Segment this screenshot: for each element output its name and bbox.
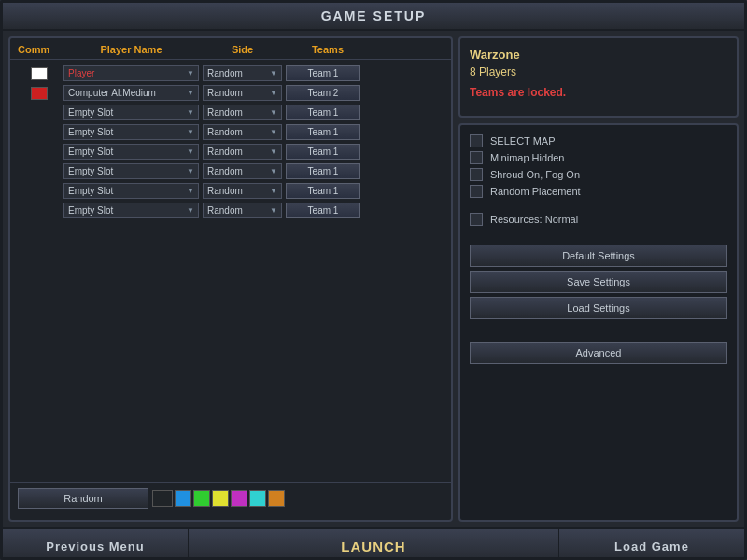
side-dropdown[interactable]: Random▼: [203, 144, 282, 160]
resources-row: Resources: Normal: [470, 209, 727, 230]
previous-menu-button[interactable]: Previous Menu: [3, 529, 189, 560]
palette-color-swatch[interactable]: [212, 490, 229, 507]
color-palette: [152, 490, 285, 507]
palette-color-swatch[interactable]: [175, 490, 191, 507]
side-dropdown[interactable]: Random▼: [203, 124, 282, 140]
palette-color-swatch[interactable]: [231, 490, 247, 507]
color-row: Random: [18, 488, 444, 509]
table-row: Empty Slot▼Random▼Team 1: [18, 122, 444, 142]
side-dropdown[interactable]: Random▼: [203, 65, 282, 81]
side-dropdown[interactable]: Random▼: [203, 105, 282, 120]
player-dropdown[interactable]: Empty Slot▼: [63, 163, 199, 179]
advanced-button[interactable]: Advanced: [470, 342, 727, 364]
chevron-down-icon: ▼: [187, 108, 194, 117]
team-button[interactable]: Team 1: [286, 65, 360, 81]
action-buttons: Default Settings Save Settings Load Sett…: [470, 245, 727, 319]
checkbox[interactable]: [470, 134, 483, 147]
palette-color-swatch[interactable]: [249, 490, 266, 507]
comm-color-swatch[interactable]: [31, 87, 48, 100]
chevron-down-icon: ▼: [270, 128, 277, 136]
team-button[interactable]: Team 1: [286, 144, 360, 160]
comm-cell: [18, 87, 60, 100]
header-teams: Teams: [286, 44, 370, 55]
default-settings-button[interactable]: Default Settings: [470, 245, 727, 267]
bottom-bar: Previous Menu LAUNCH Load Game: [3, 527, 744, 560]
side-dropdown[interactable]: Random▼: [203, 163, 282, 179]
player-dropdown[interactable]: Empty Slot▼: [63, 183, 199, 199]
side-dropdown[interactable]: Random▼: [203, 85, 282, 101]
checkbox-label: Random Placement: [490, 186, 581, 197]
load-settings-button[interactable]: Load Settings: [470, 297, 727, 319]
team-button[interactable]: Team 1: [286, 183, 360, 199]
team-button[interactable]: Team 1: [286, 203, 360, 218]
resources-checkbox[interactable]: [470, 213, 483, 226]
chevron-down-icon: ▼: [270, 147, 277, 156]
chevron-down-icon: ▼: [187, 206, 194, 215]
table-row: Empty Slot▼Random▼Team 1: [18, 142, 444, 161]
chevron-down-icon: ▼: [270, 206, 277, 215]
chevron-down-icon: ▼: [187, 69, 194, 77]
chevron-down-icon: ▼: [270, 167, 277, 175]
checkbox[interactable]: [470, 185, 483, 198]
right-panel: Warzone 8 Players Teams are locked. SELE…: [458, 36, 739, 522]
random-button[interactable]: Random: [18, 488, 148, 509]
header-side: Side: [203, 44, 282, 55]
player-count: 8 Players: [470, 65, 727, 78]
player-rows: Player▼Random▼Team 1Computer AI:Medium▼R…: [10, 60, 451, 482]
checkbox-row: Minimap Hidden: [470, 151, 727, 164]
checkbox[interactable]: [470, 168, 483, 181]
chevron-down-icon: ▼: [270, 69, 277, 77]
table-row: Empty Slot▼Random▼Team 1: [18, 181, 444, 201]
player-dropdown[interactable]: Player▼: [63, 65, 199, 81]
team-button[interactable]: Team 1: [286, 105, 360, 120]
palette-color-swatch[interactable]: [268, 490, 285, 507]
header-comm: Comm: [18, 44, 60, 55]
player-dropdown[interactable]: Empty Slot▼: [63, 124, 199, 140]
player-dropdown[interactable]: Empty Slot▼: [63, 144, 199, 160]
chevron-down-icon: ▼: [270, 108, 277, 117]
palette-dark-swatch[interactable]: [152, 490, 173, 507]
teams-locked: Teams are locked.: [470, 86, 727, 99]
chevron-down-icon: ▼: [270, 89, 277, 97]
chevron-down-icon: ▼: [187, 147, 194, 156]
player-dropdown[interactable]: Computer AI:Medium▼: [63, 85, 199, 101]
comm-cell: [18, 67, 60, 80]
game-info-box: Warzone 8 Players Teams are locked.: [458, 36, 739, 118]
checkbox-row: Shroud On, Fog On: [470, 168, 727, 181]
chevron-down-icon: ▼: [187, 167, 194, 175]
checkboxes-group: SELECT MAPMinimap HiddenShroud On, Fog O…: [470, 134, 727, 202]
resources-label: Resources: Normal: [490, 214, 578, 225]
save-settings-button[interactable]: Save Settings: [470, 271, 727, 293]
chevron-down-icon: ▼: [270, 187, 277, 195]
table-row: Computer AI:Medium▼Random▼Team 2: [18, 83, 444, 103]
chevron-down-icon: ▼: [187, 89, 194, 97]
comm-color-swatch[interactable]: [31, 67, 48, 80]
load-game-button[interactable]: Load Game: [559, 529, 744, 560]
team-button[interactable]: Team 1: [286, 124, 360, 140]
team-button[interactable]: Team 1: [286, 163, 360, 179]
table-row: Empty Slot▼Random▼Team 1: [18, 103, 444, 122]
checkbox[interactable]: [470, 151, 483, 164]
header-player: Player Name: [63, 44, 199, 55]
player-dropdown[interactable]: Empty Slot▼: [63, 203, 199, 218]
settings-box: SELECT MAPMinimap HiddenShroud On, Fog O…: [458, 123, 739, 522]
table-header: Comm Player Name Side Teams: [10, 38, 451, 60]
palette-color-swatch[interactable]: [193, 490, 210, 507]
table-row: Player▼Random▼Team 1: [18, 63, 444, 83]
checkbox-label: SELECT MAP: [490, 135, 556, 147]
launch-button[interactable]: LAUNCH: [189, 529, 559, 560]
player-dropdown[interactable]: Empty Slot▼: [63, 105, 199, 120]
checkbox-label: Minimap Hidden: [490, 152, 564, 163]
checkbox-row: SELECT MAP: [470, 134, 727, 147]
players-panel: Comm Player Name Side Teams Player▼Rando…: [8, 36, 453, 522]
game-type: Warzone: [470, 48, 727, 62]
side-dropdown[interactable]: Random▼: [203, 183, 282, 199]
team-button[interactable]: Team 2: [286, 85, 360, 101]
color-section: Random: [10, 482, 451, 520]
chevron-down-icon: ▼: [187, 128, 194, 136]
chevron-down-icon: ▼: [187, 187, 194, 195]
side-dropdown[interactable]: Random▼: [203, 203, 282, 218]
page-title: GAME SETUP: [3, 3, 744, 31]
table-row: Empty Slot▼Random▼Team 1: [18, 201, 444, 220]
table-row: Empty Slot▼Random▼Team 1: [18, 161, 444, 181]
